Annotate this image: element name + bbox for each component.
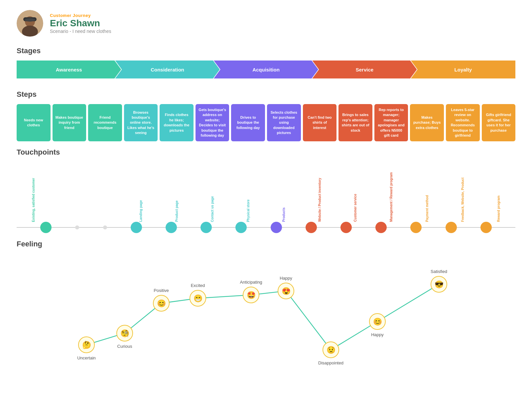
svg-text:Positive: Positive	[154, 288, 169, 293]
touchpoint-dot-wrapper	[103, 225, 107, 229]
touchpoint-dot-wrapper	[40, 222, 52, 233]
steps-title: Steps	[17, 90, 515, 99]
step-card: Leaves 5-star review on website. Recomme…	[446, 104, 480, 141]
touchpoint-dot	[75, 225, 79, 229]
step-card: Makes purchase; Buys extra clothes	[410, 104, 444, 141]
svg-text:🤔: 🤔	[82, 340, 91, 349]
svg-text:Curious: Curious	[117, 344, 132, 349]
step-card: Selects clothes for purchase using downl…	[267, 104, 301, 141]
svg-text:😍: 😍	[282, 287, 291, 296]
avatar	[17, 10, 43, 37]
touchpoint-dot-wrapper	[271, 222, 282, 233]
touchpoint-dot-wrapper	[200, 222, 212, 233]
touchpoint-dot	[306, 222, 317, 233]
touchpoint-dot	[200, 222, 212, 233]
touchpoint-label-col: Payment method	[410, 195, 444, 222]
touchpoint-label: Payment method	[425, 195, 429, 222]
touchpoint-dot	[235, 222, 247, 233]
touchpoint-dot-wrapper	[166, 222, 177, 233]
touchpoint-dot	[271, 222, 282, 233]
step-card: Finds clothes he likes; downloads the pi…	[160, 104, 194, 141]
touchpoint-label-col: Existing, satisfied customer	[17, 178, 51, 222]
svg-text:Satisfied: Satisfied	[431, 269, 447, 274]
touchpoint-label: Management / Reward program	[389, 172, 393, 222]
touchpoint-label-col: Product page	[160, 200, 194, 222]
svg-text:😊: 😊	[373, 317, 382, 326]
svg-text:Disappointed: Disappointed	[318, 360, 343, 365]
step-card: Gifts girlfriend giftcard. She uses it f…	[482, 104, 516, 141]
feeling-chart: 🤔Uncertain🧐Curious😊Positive😁Excited🤩Anti…	[17, 255, 515, 368]
svg-text:Excited: Excited	[191, 283, 205, 288]
svg-text:😁: 😁	[194, 294, 203, 303]
svg-text:Happy: Happy	[280, 276, 292, 281]
stage-item: Consideration	[115, 61, 219, 78]
touchpoint-label-col: Physical store	[231, 200, 265, 222]
touchpoint-dot-wrapper	[480, 222, 492, 233]
touchpoint-dot	[131, 222, 142, 233]
touchpoint-label: Customer service	[353, 194, 357, 222]
touchpoint-label: Feedback, Website, Product	[461, 178, 465, 222]
touchpoint-label-col: Contact us page	[196, 196, 229, 222]
svg-text:😎: 😎	[435, 280, 444, 289]
svg-text:Anticipating: Anticipating	[240, 280, 262, 285]
touchpoint-dot	[103, 225, 107, 229]
touchpoint-label-col: Reward program	[482, 196, 516, 222]
touchpoint-dot-wrapper	[235, 222, 247, 233]
stages-bar: AwarenessConsiderationAcquisitionService…	[17, 61, 515, 78]
touchpoint-label: Existing, satisfied customer	[31, 178, 36, 222]
touchpoint-dot	[410, 222, 422, 233]
touchpoint-dot	[166, 222, 177, 233]
step-card: Rep reports to manager; manager apologis…	[374, 104, 408, 141]
touchpoints-section: Existing, satisfied customerLanding page…	[17, 162, 515, 233]
step-card: Needs new clothes	[17, 104, 51, 141]
touchpoint-dot	[375, 222, 387, 233]
stage-item: Acquisition	[214, 61, 318, 78]
step-card: Can't find two shirts of interest	[303, 104, 337, 141]
touchpoint-dot-wrapper	[75, 225, 79, 229]
touchpoint-label-col: Management / Reward program	[374, 172, 408, 222]
svg-text:🧐: 🧐	[120, 329, 130, 338]
svg-text:🤩: 🤩	[247, 291, 256, 300]
touchpoint-label: Products	[282, 207, 286, 222]
touchpoint-label: Product page	[175, 200, 179, 222]
touchpoint-label-col: Products	[267, 207, 301, 222]
step-card: Browses boutique's online store. Likes w…	[124, 104, 158, 141]
step-card: Gets boutique's address on website; Deci…	[196, 104, 229, 141]
steps-container: Needs new clothesMakes boutique inquiry …	[17, 104, 515, 141]
touchpoint-dot-wrapper	[446, 222, 457, 233]
touchpoint-dot	[340, 222, 352, 233]
touchpoint-label-col: Customer service	[338, 194, 372, 222]
touchpoint-label-col: Feedback, Website, Product	[446, 178, 480, 222]
header: Customer Journey Eric Shawn Scenario - I…	[17, 10, 515, 37]
stage-item: Awareness	[17, 61, 121, 78]
touchpoint-label: Website / Product inventory	[318, 178, 322, 222]
touchpoint-label: Contact us page	[210, 196, 214, 222]
feeling-section: 🤔Uncertain🧐Curious😊Positive😁Excited🤩Anti…	[17, 255, 515, 368]
step-card: Makes boutique inquiry from friend	[53, 104, 86, 141]
svg-text:Happy: Happy	[371, 332, 384, 337]
svg-text:Uncertain: Uncertain	[77, 355, 96, 360]
step-card: Drives to boutique the following day	[231, 104, 265, 141]
journey-subtitle: Customer Journey	[50, 13, 111, 18]
touchpoint-label: Physical store	[246, 200, 250, 222]
person-name: Eric Shawn	[50, 18, 111, 29]
touchpoints-title: Touchpoints	[17, 148, 515, 157]
step-card: Friend recommends boutique	[88, 104, 122, 141]
touchpoint-dot-wrapper	[306, 222, 317, 233]
touchpoint-label-col: Website / Product inventory	[303, 178, 337, 222]
touchpoint-dot-wrapper	[375, 222, 387, 233]
scenario-text: Scenario - I need new clothes	[50, 29, 111, 34]
header-text: Customer Journey Eric Shawn Scenario - I…	[50, 13, 111, 34]
step-card: Brings to sales rep's attention; shirts …	[338, 104, 372, 141]
stages-title: Stages	[17, 47, 515, 55]
touchpoint-dot-wrapper	[410, 222, 422, 233]
stage-item: Service	[312, 61, 417, 78]
touchpoint-line-row	[17, 222, 515, 233]
touchpoint-dot	[446, 222, 457, 233]
touchpoint-label: Reward program	[496, 196, 501, 222]
touchpoint-dot	[40, 222, 52, 233]
svg-point-4	[25, 18, 35, 22]
feeling-title: Feeling	[17, 240, 515, 248]
touchpoint-label: Landing page	[139, 200, 143, 222]
svg-text:😟: 😟	[327, 345, 336, 354]
